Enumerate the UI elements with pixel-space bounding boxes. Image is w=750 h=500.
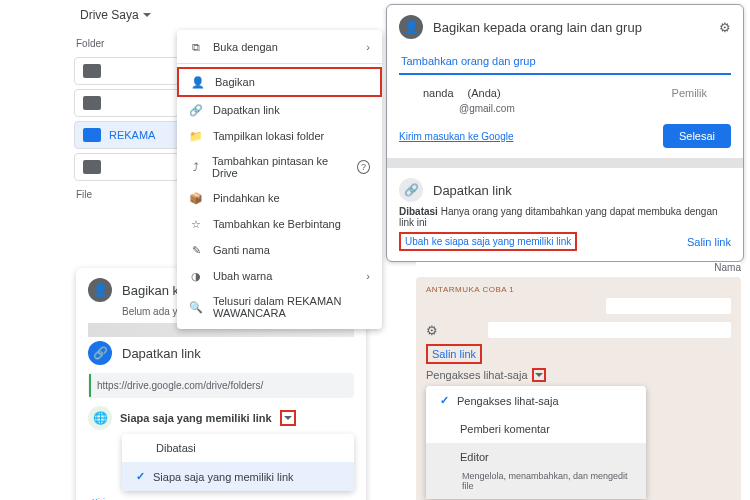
ctx-open-with[interactable]: ⧉Buka dengan› — [177, 34, 382, 60]
person-add-icon: 👤 — [88, 278, 112, 302]
ctx-get-link[interactable]: 🔗Dapatkan link — [177, 97, 382, 123]
shortcut-icon: ⤴ — [189, 160, 202, 174]
user-email: @gmail.com — [399, 103, 731, 114]
ctx-rename[interactable]: ✎Ganti nama — [177, 237, 382, 263]
permission-dropdown: ✓Pengakses lihat-saja Pemberi komentar E… — [426, 386, 646, 499]
person-add-icon: 👤 — [399, 15, 423, 39]
chevron-right-icon: › — [366, 270, 370, 282]
drive-breadcrumb[interactable]: Drive Saya — [74, 4, 374, 26]
permission-dialog: Nama ANTARMUKA COBA 1 ⚙ Salin link Penga… — [416, 262, 741, 500]
chevron-down-icon — [284, 416, 292, 420]
folder-icon — [83, 128, 101, 142]
gear-icon[interactable]: ⚙ — [426, 323, 438, 338]
change-to-anyone-link[interactable]: Ubah ke siapa saja yang memiliki link — [399, 232, 577, 251]
permission-label: Pengakses lihat-saja — [426, 369, 528, 381]
name-column-header: Nama — [416, 262, 741, 273]
copy-link-button[interactable]: Salin link — [687, 236, 731, 248]
folder-icon — [83, 96, 101, 110]
chevron-right-icon: › — [366, 41, 370, 53]
ctx-color[interactable]: ◑Ubah warna› — [177, 263, 382, 289]
share-title: Bagikan kepada orang lain dan grup — [433, 20, 709, 35]
copy-link-button-2[interactable]: Salin link — [426, 344, 482, 364]
context-menu: ⧉Buka dengan› 👤Bagikan 🔗Dapatkan link 📁T… — [177, 30, 382, 329]
palette-icon: ◑ — [189, 269, 203, 283]
perm-option-viewer[interactable]: ✓Pengakses lihat-saja — [426, 386, 646, 415]
ctx-search-in[interactable]: 🔍Telusuri dalam REKAMAN WAWANCARA — [177, 289, 382, 325]
scope-option-restricted[interactable]: Dibatasi — [122, 434, 354, 462]
scope-dropdown: Dibatasi ✓Siapa saja yang memiliki link — [122, 434, 354, 491]
help-icon[interactable]: ? — [357, 160, 370, 174]
share-url-box[interactable]: https://drive.google.com/drive/folders/ — [88, 373, 354, 398]
check-icon: ✓ — [440, 394, 449, 407]
permission-dropdown-button[interactable] — [532, 368, 546, 382]
folder-icon — [83, 64, 101, 78]
link-icon: 🔗 — [189, 103, 203, 117]
feedback-link[interactable]: Kirim masukan ke Google — [399, 131, 514, 142]
perm-option-commenter[interactable]: Pemberi komentar — [426, 415, 646, 443]
check-icon: ✓ — [136, 470, 145, 483]
open-with-icon: ⧉ — [189, 40, 203, 54]
move-icon: 📦 — [189, 191, 203, 205]
share-user-row: nanda (Anda) Pemilik — [399, 83, 731, 103]
scope-option-anyone[interactable]: ✓Siapa saja yang memiliki link — [122, 462, 354, 491]
person-add-icon: 👤 — [191, 75, 205, 89]
ctx-share[interactable]: 👤Bagikan — [177, 67, 382, 97]
done-button[interactable]: Selesai — [663, 124, 731, 148]
ctx-show-location[interactable]: 📁Tampilkan lokasi folder — [177, 123, 382, 149]
chevron-down-icon — [535, 373, 543, 377]
get-link-title: Dapatkan link — [433, 183, 512, 198]
link-icon: 🔗 — [88, 341, 112, 365]
folder-name-label: ANTARMUKA COBA 1 — [426, 285, 731, 294]
perm-editor-desc: Mengelola, menambahkan, dan mengedit fil… — [426, 471, 646, 499]
star-icon: ☆ — [189, 217, 203, 231]
drive-label: Drive Saya — [80, 8, 139, 22]
rename-icon: ✎ — [189, 243, 203, 257]
ctx-add-shortcut[interactable]: ⤴Tambahkan pintasan ke Drive? — [177, 149, 382, 185]
chevron-down-icon — [143, 13, 151, 17]
add-people-input[interactable]: Tambahkan orang dan grup — [399, 49, 731, 75]
perm-option-editor[interactable]: Editor — [426, 443, 646, 471]
ctx-move[interactable]: 📦Pindahkan ke — [177, 185, 382, 211]
scope-label: Siapa saja yang memiliki link — [120, 412, 272, 424]
link-icon: 🔗 — [399, 178, 423, 202]
placeholder-box — [488, 322, 731, 338]
placeholder-box — [606, 298, 731, 314]
share-dialog: 👤 Bagikan kepada orang lain dan grup ⚙ T… — [386, 4, 744, 262]
get-link-title-2: Dapatkan link — [122, 346, 201, 361]
folder-open-icon: 📁 — [189, 129, 203, 143]
owner-label: Pemilik — [672, 87, 707, 99]
folder-icon — [83, 160, 101, 174]
scope-dropdown-button[interactable] — [280, 410, 296, 426]
search-icon: 🔍 — [189, 300, 203, 314]
globe-icon: 🌐 — [88, 406, 112, 430]
ctx-star[interactable]: ☆Tambahkan ke Berbintang — [177, 211, 382, 237]
gear-icon[interactable]: ⚙ — [719, 20, 731, 35]
restricted-desc: Dibatasi Hanya orang yang ditambahkan ya… — [399, 206, 731, 228]
